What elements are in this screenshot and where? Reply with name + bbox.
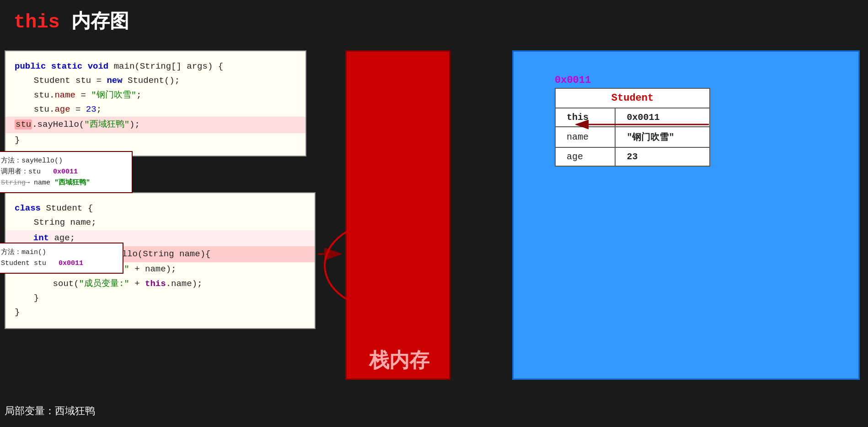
td-name-key: name — [555, 127, 615, 147]
code-class-line-1: class Student { — [15, 201, 305, 216]
code-line-5: stu.sayHello("西域狂鸭"); — [5, 117, 305, 133]
code-line-2: Student stu = new Student(); — [15, 74, 296, 88]
td-age-val: 23 — [615, 147, 710, 166]
heap-area: 0x0011 Student this 0x0011 name "钢门吹雪" a… — [512, 50, 860, 380]
code-panel-main: public static void main(String[] args) {… — [5, 50, 306, 157]
title-rest: 内存图 — [71, 10, 129, 32]
frame-main: 方法：main() Student stu 0x0011 — [0, 243, 123, 274]
td-name-val: "钢门吹雪" — [615, 127, 710, 147]
td-this-val: 0x0011 — [615, 108, 710, 127]
code-line-4: stu.age = 23; — [15, 103, 296, 117]
table-row-name: name "钢门吹雪" — [555, 127, 710, 147]
code-line-6: } — [15, 133, 296, 147]
table-class-name: Student — [555, 88, 710, 108]
object-table: Student this 0x0011 name "钢门吹雪" age 23 — [555, 88, 710, 167]
object-wrapper: 0x0011 Student this 0x0011 name "钢门吹雪" a… — [555, 75, 710, 167]
bottom-label: 局部变量：西域狂鸭 — [5, 404, 95, 418]
code-line-3: stu.name = "钢门吹雪"; — [15, 88, 296, 103]
code-class-line-8: } — [15, 305, 305, 319]
page-title: this 内存图 — [14, 8, 129, 34]
code-class-line-6: sout("成员变量:" + this.name); — [15, 277, 305, 291]
table-row-this: this 0x0011 — [555, 108, 710, 127]
stack-label: 栈内存 — [347, 347, 452, 374]
sayhello-caller: 调用者：stu 0x0011 — [1, 167, 127, 178]
frame-sayhello: 方法：sayHello() 调用者：stu 0x0011 String→ nam… — [0, 151, 133, 193]
td-this-key: this — [555, 108, 615, 127]
main-method-label: 方法：main() — [1, 247, 118, 258]
object-addr: 0x0011 — [555, 75, 710, 86]
code-class-line-7: } — [15, 291, 305, 305]
code-class-line-2: String name; — [15, 216, 305, 230]
title-this: this — [14, 11, 60, 33]
main-var: Student stu 0x0011 — [1, 258, 118, 269]
code-line-1: public static void main(String[] args) { — [15, 59, 296, 74]
sayhello-method-label: 方法：sayHello() — [1, 156, 127, 167]
td-age-key: age — [555, 147, 615, 166]
stack-area: 栈内存 — [345, 50, 450, 380]
sayhello-param: String→ name "西域狂鸭" — [1, 178, 127, 189]
table-row-age: age 23 — [555, 147, 710, 166]
